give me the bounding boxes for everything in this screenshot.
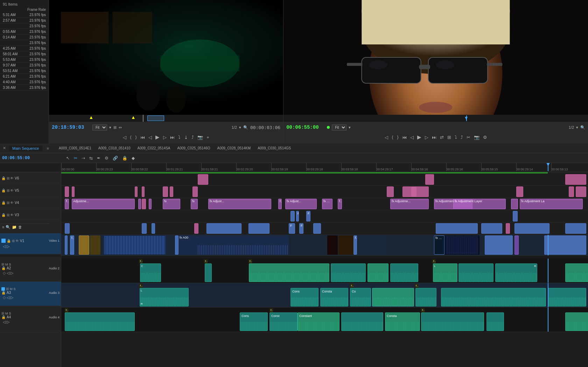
- pen-tool[interactable]: ✒: [96, 155, 102, 161]
- a4-fx-3[interactable]: fx: [421, 308, 425, 312]
- a4-clip-8[interactable]: [486, 312, 504, 331]
- v4-clip-14[interactable]: [511, 199, 518, 209]
- program-zoom-icon[interactable]: 🔍: [580, 125, 585, 130]
- v4-clip-6[interactable]: fx: [163, 199, 180, 209]
- v5-clip-1[interactable]: [65, 186, 69, 197]
- a4-clip-5[interactable]: [341, 312, 383, 331]
- v5-clip-12[interactable]: [569, 186, 574, 197]
- v1-clip-9[interactable]: [327, 235, 338, 255]
- media-row[interactable]: 23.976 fps: [0, 40, 49, 46]
- a3-clip-8[interactable]: [548, 288, 586, 306]
- v3-eye-icon[interactable]: 👁: [10, 213, 14, 217]
- v5-eye-icon[interactable]: 👁: [10, 189, 14, 192]
- prog-trim[interactable]: ✂: [465, 134, 471, 140]
- prog-step-fwd[interactable]: ▷: [424, 134, 429, 140]
- a2-clip-10[interactable]: [565, 263, 588, 282]
- v2-clip-4[interactable]: [194, 223, 198, 234]
- v3-clip-4[interactable]: [513, 211, 518, 221]
- a3-clip-7[interactable]: [441, 288, 546, 306]
- v1-clip-1[interactable]: [65, 235, 68, 255]
- source-play-button[interactable]: ▶: [154, 134, 161, 141]
- v1-clip-7[interactable]: fx A00: [178, 235, 198, 255]
- v1-clip-8[interactable]: [198, 235, 289, 255]
- a2-fx-4[interactable]: fx: [432, 259, 436, 263]
- prog-go-start[interactable]: ⏮: [401, 134, 408, 140]
- v2-clip-5[interactable]: [206, 223, 241, 234]
- v4-adj-7[interactable]: fx Adjustment Layer: [453, 199, 506, 209]
- timeline-timecode[interactable]: 00:06:55:00: [2, 156, 41, 161]
- prog-step-back[interactable]: ◁: [409, 134, 415, 140]
- source-timecode[interactable]: 20:18:59:03: [52, 125, 90, 130]
- slip-tool[interactable]: ⇆: [88, 155, 94, 161]
- source-insert[interactable]: ⤵: [177, 134, 182, 140]
- v2-clip-12[interactable]: [506, 223, 510, 234]
- source-lift[interactable]: ⤴: [190, 134, 195, 140]
- v2-clip-14[interactable]: [565, 223, 586, 234]
- source-step-back-frame[interactable]: ◁: [147, 134, 153, 140]
- v5-collapse-icon[interactable]: ⊞: [7, 189, 9, 192]
- a2-clip-2[interactable]: [205, 263, 212, 282]
- trash-icon[interactable]: 🗑: [18, 225, 22, 230]
- a2-clip-4[interactable]: [331, 263, 366, 282]
- a2-clip-9[interactable]: R: [495, 263, 537, 282]
- v4-adj-4[interactable]: fx Adjus: [322, 199, 332, 209]
- a3-nav-right[interactable]: ▷: [10, 295, 13, 300]
- source-ratio[interactable]: 1/2: [232, 125, 237, 129]
- v1-clip-14[interactable]: [444, 235, 479, 255]
- v1-clip-11[interactable]: fx A01: [354, 235, 357, 255]
- source-go-end[interactable]: ⏭: [169, 134, 176, 140]
- a4-clip-3[interactable]: Const: [270, 312, 298, 331]
- v2-clip-13[interactable]: [514, 223, 550, 234]
- v1-nav-right[interactable]: ▷: [7, 244, 9, 249]
- source-step-forward-small[interactable]: ⟩: [134, 134, 138, 140]
- a4-m-btn[interactable]: M: [5, 312, 8, 315]
- source-camera-icon[interactable]: 📷: [196, 134, 204, 140]
- v1-clip-5[interactable]: [103, 235, 166, 255]
- v3-clip-1[interactable]: [290, 211, 295, 221]
- a4-fx-2[interactable]: fx: [270, 308, 273, 312]
- prog-mark-in[interactable]: ◁: [384, 134, 389, 140]
- media-row[interactable]: 9:37 AM23.976 fps: [0, 63, 49, 68]
- a2-fx-2[interactable]: fx: [204, 259, 208, 263]
- v5-clip-11[interactable]: [516, 186, 523, 197]
- a2-keyframe-icon[interactable]: ◇: [3, 271, 6, 275]
- v1-clip-17[interactable]: [544, 235, 586, 255]
- a3-clip-4[interactable]: Co: [350, 288, 371, 306]
- v5-clip-2[interactable]: [72, 186, 75, 197]
- v2-clip-3[interactable]: [152, 223, 155, 234]
- v2-clip-11[interactable]: [481, 223, 502, 234]
- a2-clip-6[interactable]: [390, 263, 418, 282]
- main-sequence-tab[interactable]: Main Sequence: [9, 146, 42, 151]
- v1-clip-3[interactable]: [79, 235, 89, 255]
- a3-clip-1[interactable]: L R: [140, 288, 189, 306]
- media-row[interactable]: 4:40 AM23.976 fps: [0, 79, 49, 85]
- v4-clip-11[interactable]: fx: [338, 199, 342, 209]
- v4-adj-2[interactable]: fx Adjust...: [208, 199, 271, 209]
- a2-clip-8[interactable]: [458, 263, 493, 282]
- a2-lock[interactable]: 🔒: [1, 266, 6, 270]
- prog-mark-clip[interactable]: ⟩: [396, 134, 400, 140]
- v5-clip-3[interactable]: [135, 186, 138, 197]
- v2-clip-6[interactable]: [248, 223, 270, 234]
- a3-clip-2[interactable]: Cons: [290, 288, 318, 306]
- a4-clip-9[interactable]: [565, 312, 588, 331]
- v1-clip-2[interactable]: fx: [70, 235, 74, 255]
- program-timecode[interactable]: 00:06:55:00: [286, 125, 325, 130]
- a4-clip-1[interactable]: [65, 312, 135, 331]
- a2-collapse-icon[interactable]: ⊞: [1, 262, 4, 266]
- list-icon[interactable]: ≡: [2, 225, 4, 230]
- a4-clip-6[interactable]: Consta: [385, 312, 420, 331]
- linked-selection[interactable]: 🔒: [121, 155, 129, 161]
- media-row[interactable]: 2:57 AM23.976 fps: [0, 18, 49, 23]
- a2-clip-1[interactable]: C: [140, 263, 161, 282]
- selection-tool[interactable]: ↖: [65, 155, 71, 161]
- v4-clip-4[interactable]: [142, 199, 146, 209]
- v2-clip-9[interactable]: [313, 223, 321, 234]
- razor-tool[interactable]: ✂: [72, 155, 79, 161]
- snap-toggle[interactable]: 🔗: [111, 155, 119, 161]
- a2-clip-7[interactable]: L: [433, 263, 457, 282]
- a4-nav-left[interactable]: ◁: [3, 320, 6, 324]
- a3-fx-1[interactable]: fx: [139, 284, 142, 288]
- a4-clip-7[interactable]: [421, 312, 484, 331]
- media-row[interactable]: 5:53 AM23.976 fps: [0, 57, 49, 63]
